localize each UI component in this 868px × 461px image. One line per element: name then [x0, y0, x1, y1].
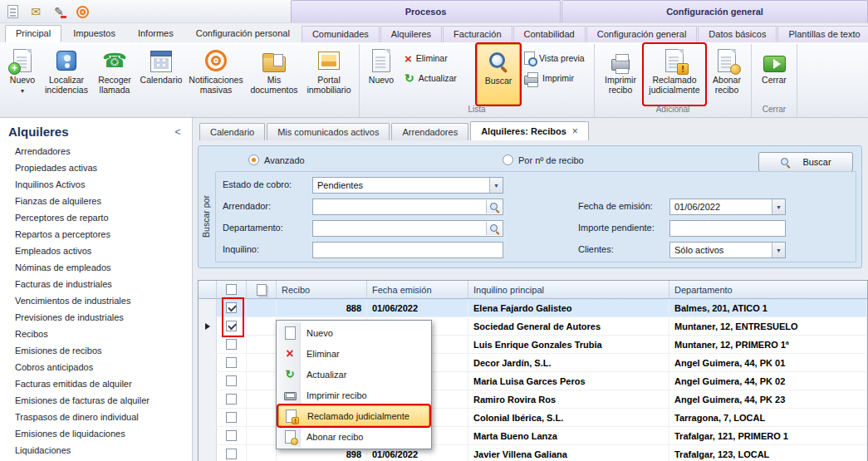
- sidebar-item-cobros-anticipados[interactable]: Cobros anticipados: [0, 359, 192, 375]
- notificaciones-masivas-button[interactable]: Notificaciones masivas: [185, 44, 247, 105]
- document-icon[interactable]: [7, 5, 18, 18]
- sidebar-item-emisiones-de-facturas-de-alquiler[interactable]: Emisiones de facturas de alquiler: [0, 392, 192, 409]
- collapse-sidebar-icon[interactable]: [172, 126, 184, 138]
- sidebar-item-facturas-de-industriales[interactable]: Facturas de industriales: [0, 276, 192, 292]
- icon-column-header[interactable]: [247, 281, 277, 298]
- ribbon-tab-impuestos[interactable]: Impuestos: [62, 25, 126, 42]
- importe-pendiente-input[interactable]: [669, 220, 786, 237]
- ribbon-tab-configuracion-general[interactable]: Configuración general: [586, 26, 698, 42]
- clientes-label: Clientes:: [578, 244, 614, 254]
- buscar-button[interactable]: Buscar: [477, 44, 520, 105]
- row-checkbox[interactable]: [226, 449, 237, 459]
- radio-avanzado[interactable]: Avanzado: [248, 154, 305, 165]
- nuevo-lista-button[interactable]: Nuevo: [362, 44, 400, 105]
- calendario-button[interactable]: Calendario: [137, 44, 185, 105]
- row-checkbox[interactable]: [226, 394, 237, 405]
- lookup-button[interactable]: [486, 200, 502, 213]
- row-icon-cell: [247, 336, 277, 353]
- portal-inmobiliario-button[interactable]: Portal inmobiliario: [302, 44, 356, 105]
- sidebar-item-liquidaciones[interactable]: Liquidaciones: [0, 442, 192, 459]
- sidebar-item-nominas-de-empleados[interactable]: Nóminas de empleados: [0, 259, 192, 276]
- table-row[interactable]: 88801/06/2022Elena Fajardo GalisteoBalme…: [199, 299, 867, 317]
- column-header-inquilino-principal[interactable]: Inquilino principal: [468, 281, 669, 298]
- select-all-checkbox[interactable]: [226, 284, 237, 295]
- row-checkbox[interactable]: [226, 412, 237, 423]
- select-all-header[interactable]: [217, 281, 247, 298]
- context-menu-item-eliminar[interactable]: Eliminar: [278, 343, 429, 364]
- ribbon-group-caption: [4, 105, 356, 117]
- sidebar-item-propiedades-activas[interactable]: Propiedades activas: [0, 159, 192, 176]
- row-checkbox[interactable]: [226, 357, 237, 368]
- dropdown-arrow-icon[interactable]: [772, 199, 785, 214]
- column-header-recibo[interactable]: Recibo: [277, 281, 367, 298]
- broadcast-icon[interactable]: [76, 6, 89, 18]
- sidebar-item-arrendadores[interactable]: Arrendadores: [0, 143, 192, 159]
- sidebar-item-fianzas-de-alquileres[interactable]: Fianzas de alquileres: [0, 193, 192, 209]
- row-checkbox[interactable]: [226, 430, 237, 441]
- ribbon-tab-alquileres[interactable]: Alquileres: [380, 26, 442, 42]
- context-menu-item-abonar-recibo[interactable]: Abonar recibo: [278, 426, 429, 447]
- sidebar-item-repartos-a-perceptores[interactable]: Repartos a perceptores: [0, 226, 192, 243]
- ribbon-tab-configuracion-personal[interactable]: Configuración personal: [185, 25, 301, 42]
- sidebar-item-vencimientos-de-industriales[interactable]: Vencimientos de industriales: [0, 292, 192, 309]
- buscar-button[interactable]: Buscar: [758, 152, 853, 172]
- ribbon-tab-plantillas-de-texto[interactable]: Plantillas de texto: [777, 26, 868, 42]
- context-menu-item-actualizar[interactable]: Actualizar: [278, 364, 429, 385]
- sidebar-item-empleados-activos[interactable]: Empleados activos: [0, 243, 192, 259]
- row-checkbox[interactable]: [226, 339, 237, 350]
- imprimir-button[interactable]: Imprimir: [524, 71, 587, 86]
- fecha-de-emision-select[interactable]: 01/06/2022: [669, 199, 786, 215]
- recoger-llamada-button[interactable]: Recoger llamada: [92, 44, 137, 105]
- column-header-fecha-emision[interactable]: Fecha emisión: [367, 281, 468, 298]
- documents-folder-icon: [262, 56, 286, 72]
- inquilino-input[interactable]: [312, 242, 503, 258]
- document-tab-calendario[interactable]: Calendario: [199, 123, 265, 140]
- radio-por-numero-de-recibo[interactable]: Por nº de recibo: [503, 154, 584, 165]
- clientes-select[interactable]: Sólo activos: [669, 242, 786, 258]
- sidebar-item-perceptores-de-reparto[interactable]: Perceptores de reparto: [0, 209, 192, 226]
- sidebar-item-traspasos-de-dinero-individual[interactable]: Traspasos de dinero individual: [0, 409, 192, 425]
- actualizar-button[interactable]: Actualizar: [405, 71, 473, 86]
- ribbon-tab-facturacion[interactable]: Facturación: [443, 26, 512, 42]
- column-header-departamento[interactable]: Departamento: [669, 281, 867, 298]
- departamento-input[interactable]: [312, 220, 503, 237]
- context-menu-item-imprimir-recibo[interactable]: Imprimir recibo: [278, 385, 429, 405]
- ribbon-group-caption: Cerrar: [754, 105, 794, 117]
- abonar-recibo-button[interactable]: Abonar recibo: [705, 44, 748, 105]
- reclamado-judicialmente-button[interactable]: Reclamado judicialmente: [644, 44, 705, 105]
- dropdown-arrow-icon[interactable]: [772, 243, 785, 257]
- ribbon-tab-principal[interactable]: Principal: [5, 25, 61, 42]
- mail-icon[interactable]: [27, 3, 44, 20]
- sidebar-item-facturas-emitidas-de-alquiler[interactable]: Facturas emitidas de alquiler: [0, 375, 192, 392]
- edit-icon[interactable]: [51, 3, 67, 20]
- close-tab-icon[interactable]: [572, 125, 578, 137]
- dropdown-arrow-icon[interactable]: [489, 178, 503, 193]
- nuevo-button[interactable]: Nuevo: [4, 44, 41, 105]
- lookup-button[interactable]: [486, 222, 502, 235]
- ribbon-tab-contabilidad[interactable]: Contabilidad: [513, 26, 586, 42]
- issue-date: 01/06/2022: [367, 299, 468, 316]
- document-tab-alquileres-recibos[interactable]: Alquileres: Recibos: [470, 121, 589, 140]
- cerrar-button[interactable]: Cerrar: [754, 44, 794, 105]
- localizar-incidencias-button[interactable]: Localizar incidencias: [41, 44, 92, 105]
- eliminar-button[interactable]: Eliminar: [405, 51, 473, 66]
- document-tab-arrendadores[interactable]: Arrendadores: [391, 123, 468, 140]
- sidebar-item-emisiones-de-recibos[interactable]: Emisiones de recibos: [0, 342, 192, 359]
- context-menu-item-nuevo[interactable]: Nuevo: [278, 322, 429, 343]
- sidebar-item-inquilinos-activos[interactable]: Inquilinos Activos: [0, 176, 192, 193]
- nuevo-label: Nuevo: [10, 75, 35, 85]
- document-tab-mis-comunicados-activos[interactable]: Mis comunicados activos: [267, 123, 390, 140]
- ribbon-tab-datos-basicos[interactable]: Datos básicos: [698, 26, 777, 42]
- arrendador-input[interactable]: [312, 199, 503, 215]
- row-checkbox[interactable]: [226, 375, 237, 386]
- context-menu-item-reclamado-judicialmente[interactable]: Reclamado judicialmente: [278, 405, 429, 426]
- ribbon-tab-informes[interactable]: Informes: [127, 25, 184, 42]
- sidebar-item-recibos[interactable]: Recibos: [0, 326, 192, 342]
- estado-de-cobro-select[interactable]: Pendientes: [312, 177, 503, 194]
- ribbon-tab-comunidades[interactable]: Comunidades: [302, 26, 380, 42]
- imprimir-recibo-button[interactable]: Imprimir recibo: [597, 44, 644, 105]
- mis-documentos-button[interactable]: Mis documentos: [247, 44, 302, 105]
- sidebar-item-emisiones-de-liquidaciones[interactable]: Emisiones de liquidaciones: [0, 425, 192, 442]
- vista-previa-button[interactable]: Vista previa: [524, 51, 587, 66]
- sidebar-item-previsiones-de-industriales[interactable]: Previsiones de industriales: [0, 309, 192, 326]
